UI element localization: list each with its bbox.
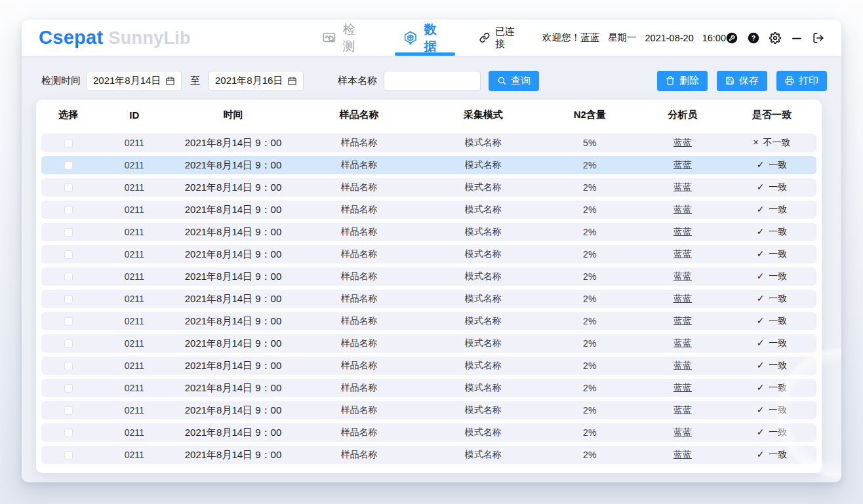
wrench-circle-icon[interactable] <box>726 32 738 44</box>
analyst-link[interactable]: 蓝蓝 <box>673 248 692 259</box>
sample-name-label: 样本名称 <box>338 75 377 87</box>
table-row[interactable]: 02112021年8月14日 9：00样品名称模式名称2%蓝蓝✓一致 <box>41 334 816 353</box>
cell-n2: 2% <box>541 405 638 416</box>
analyst-link[interactable]: 蓝蓝 <box>673 226 692 237</box>
table-row[interactable]: 02112021年8月14日 9：00样品名称模式名称5%蓝蓝×不一致 <box>41 134 816 152</box>
tab-data[interactable]: 数据 <box>403 20 447 56</box>
match-label: 一致 <box>769 315 787 326</box>
table-row[interactable]: 02112021年8月14日 9：00样品名称模式名称2%蓝蓝✓一致 <box>41 357 816 375</box>
analyst-link[interactable]: 蓝蓝 <box>673 204 692 214</box>
analyst-link[interactable]: 蓝蓝 <box>673 449 692 459</box>
row-checkbox[interactable] <box>64 273 73 281</box>
table-row[interactable]: 02112021年8月14日 9：00样品名称模式名称2%蓝蓝✓一致 <box>41 201 816 219</box>
cell-n2: 2% <box>541 160 638 170</box>
table-row[interactable]: 02112021年8月14日 9：00样品名称模式名称2%蓝蓝✓一致 <box>41 178 816 197</box>
analyst-link[interactable]: 蓝蓝 <box>673 137 692 147</box>
match-label: 一致 <box>769 338 787 348</box>
cell-match: ✓一致 <box>727 427 816 438</box>
sample-name-input[interactable] <box>384 71 481 91</box>
row-checkbox[interactable] <box>64 406 73 415</box>
cell-mode: 模式名称 <box>425 404 541 416</box>
analyst-link[interactable]: 蓝蓝 <box>673 404 692 415</box>
print-button[interactable]: 打印 <box>776 71 827 91</box>
cell-id: 0211 <box>96 360 173 371</box>
time-text: 16:00 <box>702 33 726 43</box>
analyst-link[interactable]: 蓝蓝 <box>673 360 692 370</box>
row-checkbox[interactable] <box>64 362 73 370</box>
tab-label: 检测 <box>343 21 365 55</box>
match-label: 一致 <box>769 182 787 192</box>
row-checkbox[interactable] <box>64 206 73 214</box>
tab-detection[interactable]: 检测 <box>322 20 365 56</box>
row-checkbox[interactable] <box>64 228 73 237</box>
match-label: 一致 <box>769 204 787 214</box>
row-checkbox[interactable] <box>64 139 73 147</box>
cell-analyst: 蓝蓝 <box>638 226 727 238</box>
cell-select <box>41 317 96 326</box>
cell-select <box>41 228 96 237</box>
analyst-link[interactable]: 蓝蓝 <box>673 338 692 348</box>
table-row[interactable]: 02112021年8月14日 9：00样品名称模式名称2%蓝蓝✓一致 <box>41 223 816 241</box>
row-checkbox[interactable] <box>64 339 73 348</box>
cell-match: ✓一致 <box>727 226 816 238</box>
connection-status: 已连接 <box>479 26 523 50</box>
match-label: 一致 <box>769 293 787 303</box>
date-text: 2021-08-20 <box>645 33 694 43</box>
minimize-icon[interactable] <box>791 32 803 44</box>
table-row[interactable]: 02112021年8月14日 9：00样品名称模式名称2%蓝蓝✓一致 <box>41 156 816 174</box>
cell-select <box>41 206 96 214</box>
row-checkbox[interactable] <box>64 184 73 192</box>
data-cube-icon <box>403 30 418 46</box>
cell-n2: 2% <box>541 271 638 282</box>
settings-gear-icon[interactable] <box>769 32 781 44</box>
table-row[interactable]: 02112021年8月14日 9：00样品名称模式名称2%蓝蓝✓一致 <box>41 312 816 330</box>
cell-select <box>41 161 96 170</box>
analyst-link[interactable]: 蓝蓝 <box>673 382 692 393</box>
cell-analyst: 蓝蓝 <box>638 360 727 372</box>
cell-select <box>41 451 96 459</box>
table-row[interactable]: 02112021年8月14日 9：00样品名称模式名称2%蓝蓝✓一致 <box>41 245 816 263</box>
row-checkbox[interactable] <box>64 295 73 303</box>
table-row[interactable]: 02112021年8月14日 9：00样品名称模式名称2%蓝蓝✓一致 <box>41 446 816 464</box>
query-button[interactable]: 查询 <box>489 71 539 91</box>
table-row[interactable]: 02112021年8月14日 9：00样品名称模式名称2%蓝蓝✓一致 <box>41 267 816 286</box>
row-checkbox[interactable] <box>64 429 73 437</box>
connection-label: 已连接 <box>495 26 523 50</box>
cell-time: 2021年8月14日 9：00 <box>173 271 293 283</box>
analyst-link[interactable]: 蓝蓝 <box>673 293 692 303</box>
row-checkbox[interactable] <box>64 451 73 459</box>
column-header-6: N2含量 <box>541 109 638 121</box>
help-circle-icon[interactable]: ? <box>748 32 759 44</box>
cell-mode: 模式名称 <box>425 427 541 438</box>
table-row[interactable]: 02112021年8月14日 9：00样品名称模式名称2%蓝蓝✓一致 <box>41 379 816 397</box>
check-icon: ✓ <box>757 315 765 326</box>
save-button[interactable]: 保存 <box>717 71 767 91</box>
app-window: Csepat SunnyLib 检测 <box>22 20 841 482</box>
cell-time: 2021年8月14日 9：00 <box>173 293 293 305</box>
delete-button[interactable]: 删除 <box>657 71 708 91</box>
row-checkbox[interactable] <box>64 161 73 170</box>
analyst-link[interactable]: 蓝蓝 <box>673 271 692 281</box>
analyst-link[interactable]: 蓝蓝 <box>673 159 692 170</box>
table-row[interactable]: 02112021年8月14日 9：00样品名称模式名称2%蓝蓝✓一致 <box>41 423 816 442</box>
exit-icon[interactable] <box>813 32 824 44</box>
cell-match: ✓一致 <box>727 182 816 193</box>
row-checkbox[interactable] <box>64 317 73 326</box>
cell-mode: 模式名称 <box>425 293 541 305</box>
row-checkbox[interactable] <box>64 250 73 259</box>
date-to-input[interactable]: 2021年8月16日 <box>209 71 304 91</box>
analyst-link[interactable]: 蓝蓝 <box>673 315 692 326</box>
analyst-link[interactable]: 蓝蓝 <box>673 182 692 192</box>
print-button-label: 打印 <box>799 75 818 87</box>
table-row[interactable]: 02112021年8月14日 9：00样品名称模式名称2%蓝蓝✓一致 <box>41 401 816 419</box>
cell-sample: 样品名称 <box>293 360 425 372</box>
cell-time: 2021年8月14日 9：00 <box>173 204 293 216</box>
cell-sample: 样品名称 <box>293 226 425 238</box>
brand-secondary: SunnyLib <box>109 28 191 48</box>
table-row[interactable]: 02112021年8月14日 9：00样品名称模式名称2%蓝蓝✓一致 <box>41 290 816 308</box>
cell-match: ✓一致 <box>727 404 816 416</box>
date-from-input[interactable]: 2021年8月14日 <box>87 71 182 91</box>
analyst-link[interactable]: 蓝蓝 <box>673 427 692 437</box>
row-checkbox[interactable] <box>64 384 73 393</box>
printer-icon <box>785 76 794 85</box>
